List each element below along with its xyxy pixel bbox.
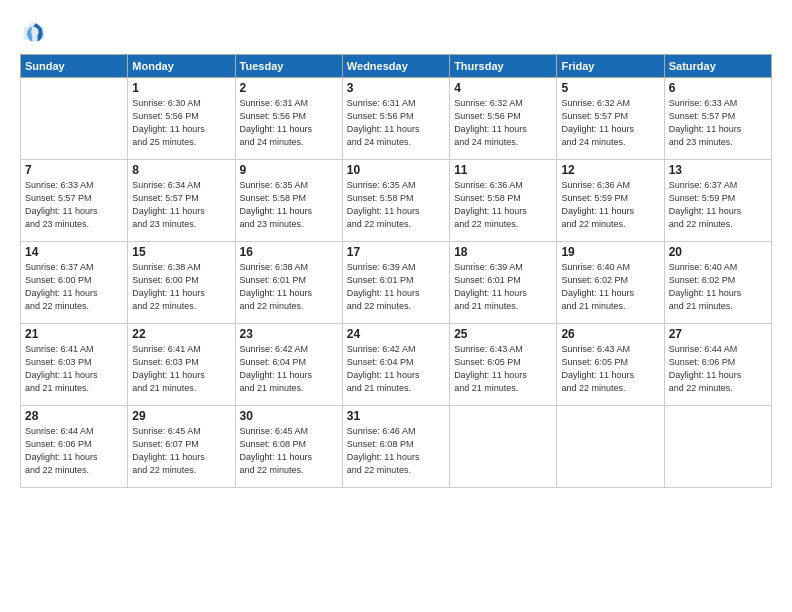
weekday-tuesday: Tuesday (235, 55, 342, 78)
day-cell: 29Sunrise: 6:45 AM Sunset: 6:07 PM Dayli… (128, 406, 235, 488)
day-info: Sunrise: 6:42 AM Sunset: 6:04 PM Dayligh… (347, 343, 445, 395)
day-cell: 8Sunrise: 6:34 AM Sunset: 5:57 PM Daylig… (128, 160, 235, 242)
day-cell: 26Sunrise: 6:43 AM Sunset: 6:05 PM Dayli… (557, 324, 664, 406)
day-info: Sunrise: 6:38 AM Sunset: 6:00 PM Dayligh… (132, 261, 230, 313)
week-row-1: 1Sunrise: 6:30 AM Sunset: 5:56 PM Daylig… (21, 78, 772, 160)
day-cell: 14Sunrise: 6:37 AM Sunset: 6:00 PM Dayli… (21, 242, 128, 324)
day-info: Sunrise: 6:39 AM Sunset: 6:01 PM Dayligh… (347, 261, 445, 313)
day-number: 27 (669, 327, 767, 341)
day-number: 25 (454, 327, 552, 341)
weekday-header-row: SundayMondayTuesdayWednesdayThursdayFrid… (21, 55, 772, 78)
day-cell: 15Sunrise: 6:38 AM Sunset: 6:00 PM Dayli… (128, 242, 235, 324)
day-info: Sunrise: 6:30 AM Sunset: 5:56 PM Dayligh… (132, 97, 230, 149)
day-cell: 13Sunrise: 6:37 AM Sunset: 5:59 PM Dayli… (664, 160, 771, 242)
day-number: 23 (240, 327, 338, 341)
day-number: 15 (132, 245, 230, 259)
day-cell: 21Sunrise: 6:41 AM Sunset: 6:03 PM Dayli… (21, 324, 128, 406)
weekday-saturday: Saturday (664, 55, 771, 78)
week-row-4: 21Sunrise: 6:41 AM Sunset: 6:03 PM Dayli… (21, 324, 772, 406)
day-info: Sunrise: 6:41 AM Sunset: 6:03 PM Dayligh… (132, 343, 230, 395)
day-cell: 23Sunrise: 6:42 AM Sunset: 6:04 PM Dayli… (235, 324, 342, 406)
day-info: Sunrise: 6:34 AM Sunset: 5:57 PM Dayligh… (132, 179, 230, 231)
day-cell: 18Sunrise: 6:39 AM Sunset: 6:01 PM Dayli… (450, 242, 557, 324)
week-row-5: 28Sunrise: 6:44 AM Sunset: 6:06 PM Dayli… (21, 406, 772, 488)
day-cell: 12Sunrise: 6:36 AM Sunset: 5:59 PM Dayli… (557, 160, 664, 242)
day-number: 4 (454, 81, 552, 95)
day-info: Sunrise: 6:38 AM Sunset: 6:01 PM Dayligh… (240, 261, 338, 313)
day-cell: 30Sunrise: 6:45 AM Sunset: 6:08 PM Dayli… (235, 406, 342, 488)
day-cell: 31Sunrise: 6:46 AM Sunset: 6:08 PM Dayli… (342, 406, 449, 488)
day-number: 19 (561, 245, 659, 259)
day-cell: 6Sunrise: 6:33 AM Sunset: 5:57 PM Daylig… (664, 78, 771, 160)
day-number: 17 (347, 245, 445, 259)
day-info: Sunrise: 6:31 AM Sunset: 5:56 PM Dayligh… (240, 97, 338, 149)
day-info: Sunrise: 6:33 AM Sunset: 5:57 PM Dayligh… (25, 179, 123, 231)
logo-icon (20, 18, 48, 46)
day-info: Sunrise: 6:37 AM Sunset: 6:00 PM Dayligh… (25, 261, 123, 313)
day-info: Sunrise: 6:43 AM Sunset: 6:05 PM Dayligh… (561, 343, 659, 395)
day-info: Sunrise: 6:44 AM Sunset: 6:06 PM Dayligh… (669, 343, 767, 395)
day-info: Sunrise: 6:36 AM Sunset: 5:59 PM Dayligh… (561, 179, 659, 231)
day-cell: 22Sunrise: 6:41 AM Sunset: 6:03 PM Dayli… (128, 324, 235, 406)
day-number: 9 (240, 163, 338, 177)
day-cell: 2Sunrise: 6:31 AM Sunset: 5:56 PM Daylig… (235, 78, 342, 160)
day-cell (450, 406, 557, 488)
day-number: 30 (240, 409, 338, 423)
day-cell: 24Sunrise: 6:42 AM Sunset: 6:04 PM Dayli… (342, 324, 449, 406)
day-info: Sunrise: 6:43 AM Sunset: 6:05 PM Dayligh… (454, 343, 552, 395)
day-number: 3 (347, 81, 445, 95)
day-cell: 20Sunrise: 6:40 AM Sunset: 6:02 PM Dayli… (664, 242, 771, 324)
day-info: Sunrise: 6:35 AM Sunset: 5:58 PM Dayligh… (347, 179, 445, 231)
weekday-monday: Monday (128, 55, 235, 78)
day-cell: 4Sunrise: 6:32 AM Sunset: 5:56 PM Daylig… (450, 78, 557, 160)
day-number: 10 (347, 163, 445, 177)
day-info: Sunrise: 6:36 AM Sunset: 5:58 PM Dayligh… (454, 179, 552, 231)
day-cell: 3Sunrise: 6:31 AM Sunset: 5:56 PM Daylig… (342, 78, 449, 160)
day-cell: 25Sunrise: 6:43 AM Sunset: 6:05 PM Dayli… (450, 324, 557, 406)
day-number: 16 (240, 245, 338, 259)
day-cell: 7Sunrise: 6:33 AM Sunset: 5:57 PM Daylig… (21, 160, 128, 242)
day-number: 24 (347, 327, 445, 341)
day-number: 12 (561, 163, 659, 177)
day-cell: 19Sunrise: 6:40 AM Sunset: 6:02 PM Dayli… (557, 242, 664, 324)
day-number: 22 (132, 327, 230, 341)
weekday-sunday: Sunday (21, 55, 128, 78)
page: SundayMondayTuesdayWednesdayThursdayFrid… (0, 0, 792, 612)
calendar: SundayMondayTuesdayWednesdayThursdayFrid… (20, 54, 772, 488)
day-info: Sunrise: 6:45 AM Sunset: 6:08 PM Dayligh… (240, 425, 338, 477)
day-number: 7 (25, 163, 123, 177)
day-cell: 16Sunrise: 6:38 AM Sunset: 6:01 PM Dayli… (235, 242, 342, 324)
day-info: Sunrise: 6:40 AM Sunset: 6:02 PM Dayligh… (669, 261, 767, 313)
day-number: 28 (25, 409, 123, 423)
day-number: 6 (669, 81, 767, 95)
day-info: Sunrise: 6:40 AM Sunset: 6:02 PM Dayligh… (561, 261, 659, 313)
day-cell (557, 406, 664, 488)
day-info: Sunrise: 6:41 AM Sunset: 6:03 PM Dayligh… (25, 343, 123, 395)
day-number: 20 (669, 245, 767, 259)
day-number: 5 (561, 81, 659, 95)
day-info: Sunrise: 6:46 AM Sunset: 6:08 PM Dayligh… (347, 425, 445, 477)
day-info: Sunrise: 6:39 AM Sunset: 6:01 PM Dayligh… (454, 261, 552, 313)
day-number: 2 (240, 81, 338, 95)
day-number: 8 (132, 163, 230, 177)
day-info: Sunrise: 6:37 AM Sunset: 5:59 PM Dayligh… (669, 179, 767, 231)
weekday-thursday: Thursday (450, 55, 557, 78)
day-info: Sunrise: 6:44 AM Sunset: 6:06 PM Dayligh… (25, 425, 123, 477)
day-info: Sunrise: 6:42 AM Sunset: 6:04 PM Dayligh… (240, 343, 338, 395)
day-info: Sunrise: 6:35 AM Sunset: 5:58 PM Dayligh… (240, 179, 338, 231)
day-number: 11 (454, 163, 552, 177)
day-cell (664, 406, 771, 488)
weekday-friday: Friday (557, 55, 664, 78)
day-info: Sunrise: 6:32 AM Sunset: 5:57 PM Dayligh… (561, 97, 659, 149)
day-number: 21 (25, 327, 123, 341)
day-number: 14 (25, 245, 123, 259)
day-cell: 10Sunrise: 6:35 AM Sunset: 5:58 PM Dayli… (342, 160, 449, 242)
weekday-wednesday: Wednesday (342, 55, 449, 78)
day-number: 13 (669, 163, 767, 177)
day-cell: 17Sunrise: 6:39 AM Sunset: 6:01 PM Dayli… (342, 242, 449, 324)
day-number: 18 (454, 245, 552, 259)
day-number: 1 (132, 81, 230, 95)
day-cell: 27Sunrise: 6:44 AM Sunset: 6:06 PM Dayli… (664, 324, 771, 406)
day-cell: 5Sunrise: 6:32 AM Sunset: 5:57 PM Daylig… (557, 78, 664, 160)
day-cell: 28Sunrise: 6:44 AM Sunset: 6:06 PM Dayli… (21, 406, 128, 488)
